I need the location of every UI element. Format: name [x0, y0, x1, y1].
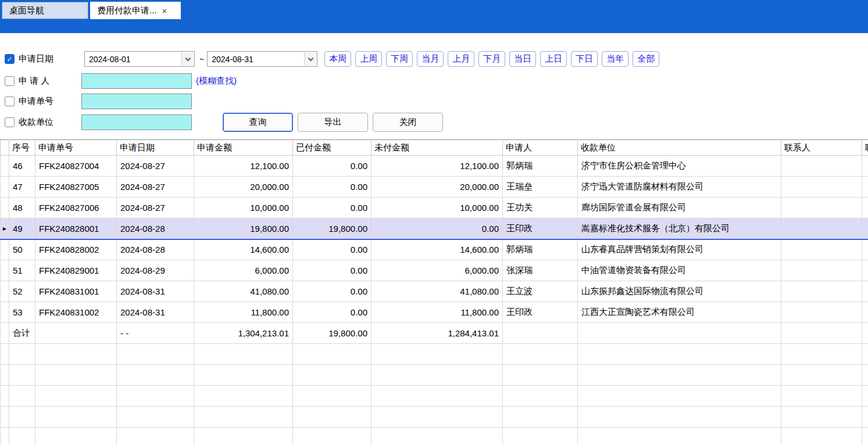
table-cell[interactable]: 王立波: [503, 281, 578, 302]
quick-date-button[interactable]: 上周: [355, 51, 382, 67]
table-cell[interactable]: 2024-08-28: [117, 218, 194, 239]
table-cell[interactable]: 0.00: [293, 239, 372, 260]
table-cell[interactable]: 6,000.00: [194, 260, 293, 281]
table-cell[interactable]: 2024-08-27: [117, 156, 194, 177]
table-cell[interactable]: 郭炳瑞: [503, 239, 578, 260]
table-cell[interactable]: 50: [9, 239, 35, 260]
table-cell[interactable]: FFK240827004: [35, 156, 117, 177]
quick-date-button[interactable]: 下月: [478, 51, 505, 67]
table-cell[interactable]: 20,000.00: [194, 177, 293, 198]
table-cell[interactable]: 12,100.00: [372, 156, 503, 177]
table-cell[interactable]: 王功关: [503, 198, 578, 218]
table-cell[interactable]: [781, 260, 862, 281]
table-cell[interactable]: [862, 281, 868, 302]
table-cell[interactable]: 20,000.00: [372, 177, 503, 198]
table-cell[interactable]: [781, 218, 862, 239]
checkbox-unchecked-icon[interactable]: [5, 117, 15, 127]
table-cell[interactable]: 10,000.00: [372, 198, 503, 218]
applicant-input[interactable]: [81, 73, 192, 89]
table-cell[interactable]: 山东睿真品牌营销策划有限公司: [578, 239, 781, 260]
table-cell[interactable]: 19,800.00: [194, 218, 293, 239]
table-cell[interactable]: 41,080.00: [372, 281, 503, 302]
quick-date-button[interactable]: 上日: [540, 51, 567, 67]
checkbox-checked-icon[interactable]: ✓: [5, 54, 15, 64]
table-row[interactable]: 47FFK2408270052024-08-2720,000.000.0020,…: [1, 177, 868, 198]
table-cell[interactable]: [862, 260, 868, 281]
table-cell[interactable]: 2024-08-28: [117, 239, 194, 260]
table-cell[interactable]: FFK240828002: [35, 239, 117, 260]
column-header[interactable]: 申请日期: [117, 140, 194, 156]
table-cell[interactable]: 52: [9, 281, 35, 302]
table-cell[interactable]: 2024-08-29: [117, 260, 194, 281]
table-row[interactable]: 53FFK2408310022024-08-3111,800.000.0011,…: [1, 302, 868, 323]
table-cell[interactable]: 江西大正宣陶瓷艺术有限公司: [578, 302, 781, 323]
table-cell[interactable]: 2024-08-31: [117, 302, 194, 323]
table-cell[interactable]: 山东振邦鑫达国际物流有限公司: [578, 281, 781, 302]
table-row[interactable]: 46FFK2408270042024-08-2712,100.000.0012,…: [1, 156, 868, 177]
table-cell[interactable]: 王印政: [503, 302, 578, 323]
table-cell[interactable]: 12,100.00: [194, 156, 293, 177]
table-cell[interactable]: [781, 198, 862, 218]
column-header[interactable]: 申请金额: [194, 140, 293, 156]
table-cell[interactable]: 11,800.00: [372, 302, 503, 323]
column-header[interactable]: 申请人: [503, 140, 578, 156]
quick-date-button[interactable]: 本周: [324, 51, 351, 67]
table-row[interactable]: 51FFK2408290012024-08-296,000.000.006,00…: [1, 260, 868, 281]
table-cell[interactable]: 14,600.00: [194, 239, 293, 260]
table-row[interactable]: 50FFK2408280022024-08-2814,600.000.0014,…: [1, 239, 868, 260]
table-row[interactable]: ►49FFK2408280012024-08-2819,800.0019,800…: [1, 218, 868, 239]
table-cell[interactable]: 0.00: [293, 302, 372, 323]
table-cell[interactable]: [781, 302, 862, 323]
applicant-checkbox-group[interactable]: 申 请 人: [5, 76, 81, 87]
table-cell[interactable]: 郭炳瑞: [503, 156, 578, 177]
table-cell[interactable]: 46: [9, 156, 35, 177]
table-cell[interactable]: 嵩嘉标准化技术服务（北京）有限公司: [578, 218, 781, 239]
table-cell[interactable]: 廊坊国际管道会展有限公司: [578, 198, 781, 218]
quick-date-button[interactable]: 上月: [448, 51, 474, 67]
table-cell[interactable]: 张深瑞: [503, 260, 578, 281]
table-cell[interactable]: 中油管道物资装备有限公司: [578, 260, 781, 281]
table-cell[interactable]: 48: [9, 198, 35, 218]
table-cell[interactable]: 14,600.00: [372, 239, 503, 260]
close-icon[interactable]: ×: [162, 6, 167, 16]
export-button[interactable]: 导出: [298, 113, 368, 132]
table-cell[interactable]: 2024-08-27: [117, 177, 194, 198]
table-cell[interactable]: 11,800.00: [194, 302, 293, 323]
table-cell[interactable]: [781, 177, 862, 198]
table-row[interactable]: 52FFK2408310012024-08-3141,080.000.0041,…: [1, 281, 868, 302]
table-cell[interactable]: 2024-08-27: [117, 198, 194, 218]
table-cell[interactable]: 49: [9, 218, 35, 239]
table-cell[interactable]: 41,080.00: [194, 281, 293, 302]
table-cell[interactable]: FFK240827006: [35, 198, 117, 218]
table-cell[interactable]: 济宁市住房公积金管理中心: [578, 156, 781, 177]
column-header[interactable]: 联: [862, 140, 868, 156]
table-cell[interactable]: 济宁迅大管道防腐材料有限公司: [578, 177, 781, 198]
table-cell[interactable]: 19,800.00: [293, 218, 372, 239]
quick-date-button[interactable]: 下周: [386, 51, 413, 67]
table-cell[interactable]: 0.00: [293, 177, 372, 198]
column-header[interactable]: 联系人: [781, 140, 862, 156]
quick-date-button[interactable]: 全部: [633, 51, 659, 67]
table-cell[interactable]: 2024-08-31: [117, 281, 194, 302]
column-header[interactable]: 收款单位: [578, 140, 781, 156]
quick-date-button[interactable]: 当日: [509, 51, 536, 67]
quick-date-button[interactable]: 当年: [602, 51, 628, 67]
table-cell[interactable]: FFK240828001: [35, 218, 117, 239]
table-cell[interactable]: FFK240829001: [35, 260, 117, 281]
table-cell[interactable]: [862, 198, 868, 218]
date-to-select[interactable]: 2024-08-31: [207, 51, 317, 67]
payee-input[interactable]: [81, 114, 192, 130]
table-cell[interactable]: 51: [9, 260, 35, 281]
column-header[interactable]: 未付金额: [372, 140, 503, 156]
tab-payment-request[interactable]: 费用付款申请... ×: [90, 2, 181, 19]
date-from-select[interactable]: 2024-08-01: [84, 51, 195, 67]
table-cell[interactable]: [781, 156, 862, 177]
table-cell[interactable]: FFK240827005: [35, 177, 117, 198]
quick-date-button[interactable]: 当月: [417, 51, 444, 67]
table-cell[interactable]: 10,000.00: [194, 198, 293, 218]
doc-no-checkbox-group[interactable]: 申请单号: [5, 96, 81, 107]
table-cell[interactable]: [781, 281, 862, 302]
checkbox-unchecked-icon[interactable]: [5, 96, 15, 106]
table-cell[interactable]: [862, 239, 868, 260]
table-cell[interactable]: [862, 156, 868, 177]
